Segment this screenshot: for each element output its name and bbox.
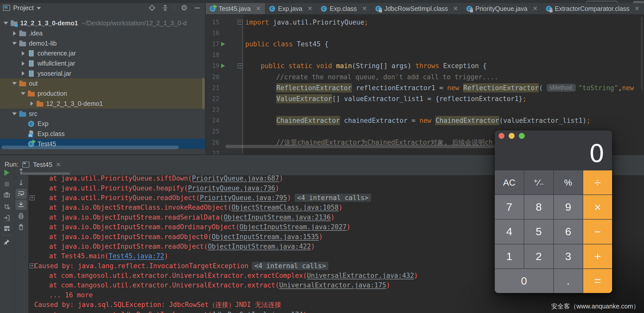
clear-console-button[interactable] bbox=[15, 222, 27, 232]
run-line-icon[interactable] bbox=[221, 64, 225, 68]
settings-button[interactable]: ⚙ bbox=[180, 4, 188, 12]
close-icon[interactable]: ✕ bbox=[56, 161, 61, 168]
tab-test45-java[interactable]: CTest45.java✕ bbox=[206, 3, 265, 14]
editor-vertical-scrollbar[interactable] bbox=[641, 17, 643, 90]
zoom-window-button[interactable] bbox=[519, 133, 525, 139]
tree-item-12-2-1-3-0-demo1[interactable]: 12_2_1_3_0-demo1~/Desktop/workstation/12… bbox=[0, 18, 205, 28]
calc-key-9[interactable]: 9 bbox=[554, 195, 583, 219]
expand-icon[interactable]: + bbox=[30, 195, 35, 200]
run-tab-test45[interactable]: Test45 ✕ bbox=[22, 158, 61, 171]
fold-marker-icon[interactable]: − bbox=[238, 63, 243, 68]
collapse-all-button[interactable] bbox=[161, 4, 169, 12]
code-text: public static void main(String[] args) t… bbox=[244, 62, 487, 70]
run-line-icon[interactable] bbox=[221, 42, 225, 46]
tree-item--idea[interactable]: .idea bbox=[0, 28, 205, 38]
tree-item-exp-class[interactable]: 01Exp.class bbox=[0, 129, 205, 139]
calc-key-minus[interactable]: − bbox=[583, 220, 612, 244]
tree-item-src[interactable]: src bbox=[0, 109, 205, 119]
tree-item-demo1-lib[interactable]: demo1-lib bbox=[0, 38, 205, 48]
calculator-window[interactable]: 0 AC⁺⁄₋%÷789×456−123+0.= bbox=[495, 130, 612, 293]
chevron-down-icon[interactable] bbox=[37, 7, 41, 10]
calc-key-4[interactable]: 4 bbox=[495, 220, 524, 244]
calc-key-percent[interactable]: % bbox=[554, 170, 583, 194]
tree-item-ysoserial-jar[interactable]: ysoserial.jar bbox=[0, 68, 205, 79]
calc-key-6[interactable]: 6 bbox=[554, 220, 583, 244]
stack-trace-link[interactable]: PriorityQueue.java:736 bbox=[188, 184, 275, 192]
soft-wrap-button[interactable] bbox=[15, 189, 27, 199]
stack-trace-link[interactable]: ObjectInputStream.java:1535 bbox=[212, 233, 319, 241]
tab-jdbcrowsetimpl-class[interactable]: CJdbcRowSetImpl.class✕ bbox=[371, 3, 463, 14]
screenshot-button[interactable] bbox=[1, 190, 12, 200]
tree-item-12-2-1-3-0-demo1[interactable]: 12_2_1_3_0-demo1 bbox=[0, 99, 205, 109]
stack-trace-link[interactable]: ObjectStreamClass.java:1058 bbox=[232, 204, 339, 211]
calc-key-decimal[interactable]: . bbox=[554, 269, 583, 293]
stack-trace-link[interactable]: ObjectInputStream.java:2136 bbox=[224, 213, 331, 221]
calc-key-3[interactable]: 3 bbox=[554, 244, 583, 268]
fold-marker-icon[interactable]: − bbox=[238, 20, 243, 25]
stack-trace-link[interactable]: JdbcRowSetImpl.java:174 bbox=[212, 311, 303, 313]
mute-breakpoints-button[interactable] bbox=[1, 201, 12, 211]
stop-icon bbox=[5, 182, 9, 186]
tab-priorityqueue-java[interactable]: CPriorityQueue.java✕ bbox=[462, 3, 542, 14]
code-line: 15−import java.util.PriorityQueue; bbox=[206, 17, 644, 28]
close-icon[interactable]: ✕ bbox=[533, 5, 538, 12]
toolbar-separator bbox=[2, 221, 12, 222]
minimize-window-button[interactable] bbox=[509, 133, 515, 139]
bug-muted-icon bbox=[3, 203, 10, 210]
project-horizontal-scrollbar[interactable] bbox=[2, 146, 179, 149]
stop-button[interactable] bbox=[1, 179, 12, 189]
close-icon[interactable]: ✕ bbox=[635, 5, 640, 12]
close-window-button[interactable] bbox=[499, 133, 504, 139]
stack-trace-link[interactable]: UniversalExtractor.java:432 bbox=[307, 272, 414, 279]
stack-trace-link[interactable]: ObjectInputStream.java:422 bbox=[208, 243, 311, 250]
up-stack-trace-button[interactable]: ↑ bbox=[15, 166, 27, 176]
calc-key-plus-minus[interactable]: ⁺⁄₋ bbox=[524, 170, 553, 194]
tree-item-exp[interactable]: CExp bbox=[0, 119, 205, 129]
close-icon[interactable]: ✕ bbox=[362, 5, 367, 12]
stack-trace-text: ) bbox=[331, 213, 335, 221]
pin-tab-button[interactable] bbox=[1, 237, 12, 247]
calc-key-7[interactable]: 7 bbox=[495, 195, 524, 219]
project-tree: 12_2_1_3_0-demo1~/Desktop/workstation/12… bbox=[0, 18, 205, 149]
expand-icon[interactable]: + bbox=[30, 263, 35, 268]
code-token: [] valueExtractor_list1 = {reflectionExt… bbox=[332, 95, 522, 103]
print-button[interactable] bbox=[15, 211, 27, 221]
tab-exp-class[interactable]: CExp.class✕ bbox=[317, 3, 371, 14]
project-vertical-scrollbar[interactable] bbox=[202, 78, 204, 109]
rerun-button[interactable] bbox=[1, 168, 12, 178]
calc-key-1[interactable]: 1 bbox=[495, 244, 524, 268]
project-panel-title[interactable]: Project bbox=[13, 4, 34, 12]
calc-key-5[interactable]: 5 bbox=[524, 220, 553, 244]
stack-trace-link[interactable]: UniversalExtractor.java:175 bbox=[279, 281, 386, 289]
calc-key-0[interactable]: 0 bbox=[495, 269, 553, 293]
stack-trace-link[interactable]: Test45.java:72 bbox=[109, 252, 164, 260]
code-token: public static void bbox=[261, 62, 336, 70]
calc-key-multiply[interactable]: × bbox=[583, 195, 612, 219]
tree-item-label: 12_2_1_3_0-demo1 bbox=[20, 19, 78, 27]
restore-layout-button[interactable] bbox=[1, 223, 12, 233]
hide-panel-button[interactable] bbox=[194, 4, 201, 12]
stack-trace-link[interactable]: ObjectInputStream.java:2027 bbox=[239, 223, 347, 231]
locate-button[interactable] bbox=[148, 4, 156, 12]
down-stack-trace-button[interactable]: ↓ bbox=[15, 178, 27, 188]
calc-key-8[interactable]: 8 bbox=[524, 195, 553, 219]
stack-trace-link[interactable]: PriorityQueue.java:795 bbox=[200, 194, 287, 202]
run-tab-active-indicator bbox=[20, 172, 70, 175]
close-icon[interactable]: ✕ bbox=[453, 5, 458, 12]
calc-key-2[interactable]: 2 bbox=[524, 244, 553, 268]
calc-key-plus[interactable]: + bbox=[583, 244, 612, 268]
tab-extractorcomparator-class[interactable]: CExtractorComparator.class✕ bbox=[542, 3, 644, 14]
tab-exp-java[interactable]: CExp.java✕ bbox=[265, 3, 317, 14]
chevron-collapsed-icon bbox=[19, 71, 27, 76]
tree-item-wlfullclient-jar[interactable]: wlfullclient.jar bbox=[0, 58, 205, 69]
stack-trace-link[interactable]: PriorityQueue.java:687 bbox=[192, 175, 279, 182]
tree-item-production[interactable]: production bbox=[0, 89, 205, 99]
calc-key-ac[interactable]: AC bbox=[495, 170, 524, 194]
close-icon[interactable]: ✕ bbox=[256, 5, 261, 12]
tree-item-out[interactable]: out bbox=[0, 79, 205, 89]
tree-item-coherence-jar[interactable]: coherence.jar bbox=[0, 48, 205, 58]
scroll-to-end-button[interactable] bbox=[15, 200, 27, 210]
close-icon[interactable]: ✕ bbox=[307, 5, 312, 12]
calc-key-divide[interactable]: ÷ bbox=[583, 170, 612, 194]
calc-key-equals[interactable]: = bbox=[583, 269, 612, 293]
